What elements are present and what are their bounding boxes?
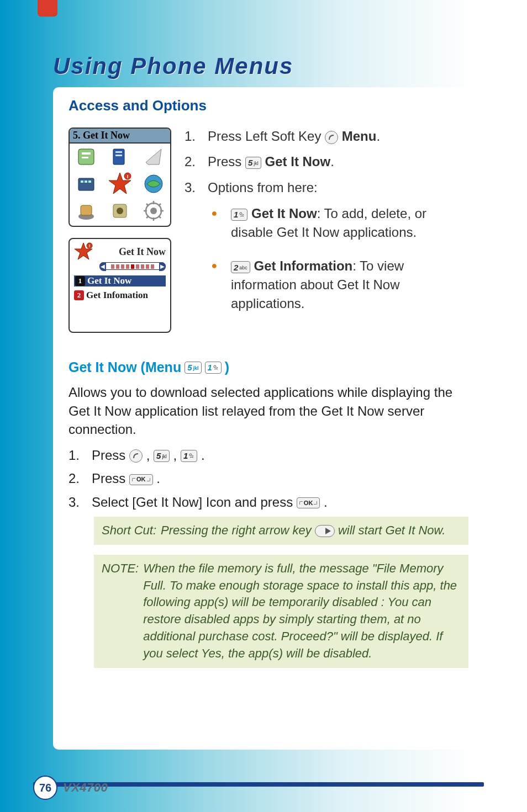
top-tab-marker [38, 0, 57, 17]
option-bullet-2: ● 2abc Get Information: To view informat… [208, 257, 468, 312]
substep-3: 3. Select [Get It Now] Icon and press OK… [68, 493, 468, 511]
svg-point-34 [214, 365, 216, 368]
shortcut-text-b: will start Get It Now. [338, 523, 445, 537]
svg-point-37 [192, 455, 193, 457]
list-badge-2: 2 [74, 290, 84, 300]
phone-menu-icon-grid: ! [70, 144, 170, 224]
phone-screenshot2-title: Get It Now [96, 246, 166, 258]
subsection-title-b: ) [225, 359, 229, 375]
step-1-menu-label: Menu [342, 129, 377, 144]
svg-point-33 [243, 214, 244, 215]
ok-key-icon: OK [297, 497, 320, 508]
menu-icon-4 [70, 171, 103, 198]
right-arrow-key-icon [315, 525, 335, 537]
substep-1-comma2: , [173, 448, 181, 463]
svg-line-28 [146, 216, 149, 218]
left-soft-key-icon [129, 449, 143, 463]
step-number: 2. [185, 153, 198, 171]
svg-rect-2 [82, 157, 88, 158]
svg-line-25 [146, 204, 149, 206]
note-text: When the file memory is full, the messag… [143, 560, 461, 662]
menu-icon-5: ! [103, 171, 137, 198]
phone-list-item-2: 2 Get Infomation [74, 290, 166, 301]
substep-1-comma: , [146, 448, 154, 463]
ok-key-icon: OK [129, 474, 153, 485]
list-label-1: Get It Now [87, 275, 131, 286]
svg-point-18 [117, 208, 123, 214]
svg-text:!: ! [89, 243, 91, 248]
svg-marker-6 [146, 149, 161, 164]
substep-3-end: . [324, 495, 328, 510]
phone-screenshot-title: 5. Get It Now [70, 129, 170, 144]
section-heading: Access and Options [68, 97, 468, 114]
option-bullet-1: ● 1 Get It Now: To add, delete, or disab… [208, 204, 468, 241]
key-5-icon: 5jkl [154, 450, 170, 462]
svg-rect-7 [78, 178, 94, 190]
substep-2-a: Press [92, 471, 129, 486]
phone-tab-indicator: ◀ ▶ [74, 262, 166, 272]
svg-text:!: ! [127, 174, 128, 179]
step-3: 3. Options from here: ● 1 Get It Now: To… [185, 179, 468, 328]
menu-icon-7 [70, 197, 103, 224]
option-2-title: Get Information [254, 258, 353, 273]
page-badge: 76 VX4700 [33, 776, 108, 800]
step-2: 2. Press 5jkl Get It Now. [185, 153, 468, 171]
key-1-icon: 1 [231, 209, 247, 221]
substep-1: 1. Press , 5jkl , 1 . [68, 447, 468, 464]
step-number: 1. [68, 447, 82, 464]
menu-icon-3 [136, 144, 170, 171]
svg-line-27 [159, 204, 161, 206]
list-badge-1: 1 [75, 276, 85, 286]
shortcut-text-a: Pressing the right arrow key [161, 523, 315, 537]
model-label: VX4700 [63, 781, 108, 795]
key-5-icon: 5jkl [245, 157, 261, 169]
step-1: 1. Press Left Soft Key Menu. [185, 128, 468, 145]
note-label: NOTE: [102, 560, 139, 662]
subsection-paragraph: Allows you to download selected applicat… [68, 383, 468, 439]
screenshot-column: 5. Get It Now ! ! Get It Now [68, 128, 171, 344]
substep-1-end: . [201, 448, 205, 463]
menu-icon-8 [103, 197, 137, 224]
phone-list-item-1: 1 Get It Now [74, 275, 166, 286]
key-1-icon: 1 [181, 450, 197, 462]
menu-icon-2 [103, 144, 137, 171]
step-number: 3. [185, 179, 198, 328]
svg-marker-38 [325, 528, 331, 534]
svg-rect-8 [81, 181, 83, 183]
step-number: 2. [68, 470, 82, 487]
list-label-2: Get Infomation [86, 290, 148, 301]
step-3-text: Options from here: [208, 180, 318, 195]
step-1-text-c: . [376, 129, 380, 144]
step-2-getitnow-label: Get It Now [265, 154, 331, 169]
svg-point-20 [150, 208, 157, 214]
shortcut-label: Short Cut: [102, 522, 156, 539]
substep-1-a: Press [92, 448, 129, 463]
svg-rect-5 [115, 155, 122, 156]
content-card: Access and Options 5. Get It Now ! [53, 87, 484, 750]
bullet-dot-icon: ● [208, 204, 221, 241]
option-1-title: Get It Now [251, 206, 317, 221]
step-number: 3. [68, 493, 82, 511]
svg-rect-16 [81, 205, 92, 215]
step-2-text-a: Press [208, 154, 245, 169]
menu-icon-1 [70, 144, 103, 171]
key-5-icon: 5jkl [185, 362, 201, 374]
substep-3-a: Select [Get It Now] Icon and press [92, 495, 297, 510]
svg-point-32 [240, 213, 242, 215]
substep-2-end: . [156, 471, 160, 486]
chapter-title: Using Phone Menus [53, 53, 293, 79]
svg-rect-1 [82, 152, 91, 155]
numbered-steps: 1. Press , 5jkl , 1 . 2. Press OK . 3. [68, 447, 468, 511]
menu-icon-6 [136, 171, 170, 198]
page-number: 76 [33, 776, 57, 800]
phone-screenshot-menu-grid: 5. Get It Now ! [68, 128, 171, 227]
step-2-text-c: . [330, 154, 334, 169]
step-number: 1. [185, 128, 198, 145]
svg-point-36 [189, 454, 192, 456]
get-it-now-star-icon: ! [74, 242, 93, 261]
left-soft-key-icon [325, 131, 338, 144]
svg-line-26 [159, 216, 161, 218]
subsection-title-a: Get It Now (Menu [68, 359, 181, 375]
svg-point-35 [217, 367, 218, 368]
subsection-heading: Get It Now (Menu 5jkl 1 ) [68, 359, 468, 375]
